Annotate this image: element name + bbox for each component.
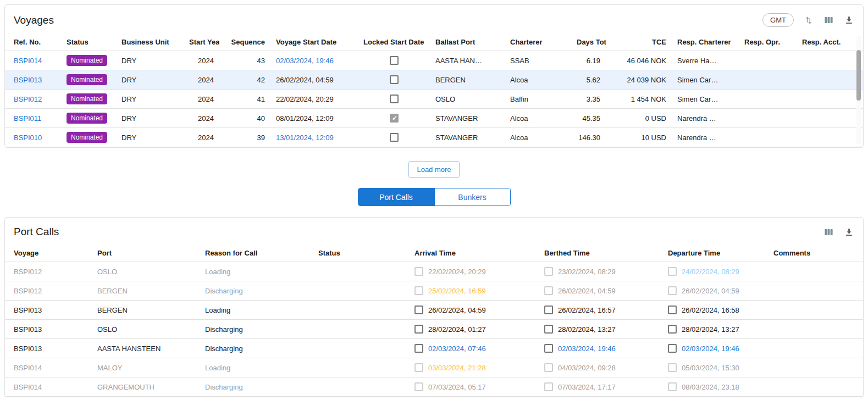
voyage-ref-link[interactable]: BSPI013 [14,76,42,84]
berthed-time-cell: 26/02/2024, 04:59 [539,281,662,301]
charterer-cell: SSAB [505,51,571,70]
departure-time-checkbox[interactable] [668,325,677,334]
column-header-berthed-time[interactable]: Berthed Time [539,245,662,262]
download-icon[interactable] [844,15,854,25]
departure-time-checkbox[interactable] [668,382,677,391]
status-cell: Nominated [61,51,116,70]
tab-bunkers[interactable]: Bunkers [434,188,510,206]
arrival-time-value[interactable]: 02/03/2024, 07:46 [428,345,486,353]
column-header-comments[interactable]: Comments [768,245,863,262]
locked-start-date-checkbox[interactable] [390,95,399,103]
column-header-locked-start-date[interactable]: Locked Start Date [358,34,430,51]
voyage-start-date-value[interactable]: 13/01/2024, 12:09 [276,134,334,142]
port-call-row[interactable]: BSPI013AASTA HANSTEENDischarging02/03/20… [5,339,863,358]
ballast-port-cell: OSLO [430,90,505,109]
voyage-cell: BSPI013 [5,339,92,358]
column-header-port[interactable]: Port [92,245,200,262]
berthed-time-value[interactable]: 02/03/2024, 19:46 [558,345,616,353]
column-header-business-unit[interactable]: Business Unit [116,34,184,51]
column-header-tce[interactable]: TCE [606,34,672,51]
berthed-time-checkbox[interactable] [544,325,553,334]
port-call-row[interactable]: BSPI012BERGENDischarging25/02/2024, 16:5… [5,281,863,301]
voyages-scrollbar-thumb[interactable] [856,50,861,101]
column-header-reason-for-call[interactable]: Reason for Call [200,245,313,262]
departure-time-checkbox[interactable] [668,363,677,372]
column-header-status[interactable]: Status [61,34,116,51]
voyage-ref-link[interactable]: BSPI012 [14,95,42,103]
arrival-time-checkbox[interactable] [414,286,423,295]
voyage-row[interactable]: BSPI014NominatedDRY20244302/03/2024, 19:… [5,51,863,70]
locked-start-date-checkbox[interactable] [390,133,399,142]
tab-port-calls[interactable]: Port Calls [358,188,434,206]
start-year-cell: 2024 [184,70,219,90]
berthed-time-checkbox[interactable] [544,286,553,295]
column-header-ref-no[interactable]: Ref. No. [5,34,61,51]
voyage-row[interactable]: BSPI012NominatedDRY20244122/02/2024, 20:… [5,90,863,109]
berthed-time-checkbox[interactable] [544,344,553,353]
departure-time-checkbox[interactable] [668,306,677,314]
locked-start-date-checkbox[interactable] [390,56,399,65]
column-header-status[interactable]: Status [313,245,409,262]
charterer-cell: Alcoa [505,70,571,90]
port-cell: GRANGEMOUTH [92,377,200,397]
column-header-voyage-start-date[interactable]: Voyage Start Date [270,34,358,51]
columns-icon[interactable] [823,227,834,237]
voyage-row[interactable]: BSPI013NominatedDRY20244226/02/2024, 04:… [5,70,863,90]
status-cell: Nominated [61,90,116,109]
locked-start-date-checkbox[interactable] [390,75,399,84]
voyage-ref-link[interactable]: BSPI011 [14,114,41,123]
column-header-charterer[interactable]: Charterer [505,34,571,51]
berthed-time-cell: 28/02/2024, 13:27 [539,320,662,339]
resp-acct-cell [797,109,863,128]
port-call-row[interactable]: BSPI014GRANGEMOUTHDischarging07/03/2024,… [5,377,863,397]
berthed-time-cell: 02/03/2024, 19:46 [539,339,662,358]
voyage-ref-link[interactable]: BSPI014 [14,57,42,65]
berthed-time-checkbox[interactable] [544,306,553,314]
port-call-row[interactable]: BSPI013OSLODischarging28/02/2024, 01:272… [5,320,863,339]
column-header-sequence[interactable]: Sequence [219,34,270,51]
departure-time-checkbox[interactable] [668,267,677,276]
timezone-button[interactable]: GMT [762,13,794,27]
load-more-button[interactable]: Load more [408,161,459,178]
port-call-row[interactable]: BSPI014MALOYLoading03/03/2024, 21:2804/0… [5,358,863,377]
column-header-resp-charterer[interactable]: Resp. Charterer [672,34,739,51]
charterer-cell: Alcoa [505,109,571,128]
arrival-time-checkbox[interactable] [414,382,423,391]
column-header-resp-acct[interactable]: Resp. Acct. [797,34,863,51]
voyage-start-date-value[interactable]: 02/03/2024, 19:46 [276,57,334,65]
resp-opr-cell [739,109,797,128]
arrival-time-checkbox[interactable] [414,344,423,353]
arrival-time-checkbox[interactable] [414,325,423,334]
column-header-start-year[interactable]: Start Year [184,34,219,51]
sort-icon[interactable] [804,15,814,25]
voyages-header: Voyages GMT [5,5,863,34]
resp-charterer-cell: Narendra … [672,128,739,147]
column-header-arrival-time[interactable]: Arrival Time [409,245,539,262]
arrival-time-checkbox[interactable] [414,306,423,314]
voyages-scrollbar[interactable] [856,36,861,144]
departure-time-value[interactable]: 24/02/2024, 08:29 [682,268,739,276]
departure-time-checkbox[interactable] [668,344,677,353]
columns-icon[interactable] [823,15,834,25]
column-header-days-total[interactable]: Days Total [571,34,606,51]
voyage-row[interactable]: BSPI011NominatedDRY20244008/01/2024, 12:… [5,109,863,128]
departure-time-value[interactable]: 02/03/2024, 19:46 [682,345,739,353]
berthed-time-checkbox[interactable] [544,267,553,276]
departure-time-checkbox[interactable] [668,286,677,295]
voyage-cell: BSPI012 [5,262,92,281]
port-call-row[interactable]: BSPI013BERGENLoading26/02/2024, 04:5926/… [5,301,863,320]
column-header-departure-time[interactable]: Departure Time [662,245,768,262]
column-header-voyage[interactable]: Voyage [5,245,92,262]
column-header-resp-opr[interactable]: Resp. Opr. [739,34,797,51]
voyage-ref-link[interactable]: BSPI010 [14,134,42,142]
port-call-row[interactable]: BSPI012OSLOLoading22/02/2024, 20:2923/02… [5,262,863,281]
locked-start-date-checkbox[interactable] [390,114,399,123]
voyage-row[interactable]: BSPI010NominatedDRY20243913/01/2024, 12:… [5,128,863,147]
berthed-time-checkbox[interactable] [544,382,553,391]
berthed-time-checkbox[interactable] [544,363,553,372]
arrival-time-checkbox[interactable] [414,267,423,276]
column-header-ballast-port[interactable]: Ballast Port [430,34,505,51]
arrival-time-checkbox[interactable] [414,363,423,372]
voyage-start-date-value: 08/01/2024, 12:09 [276,114,334,123]
download-icon[interactable] [844,227,854,237]
